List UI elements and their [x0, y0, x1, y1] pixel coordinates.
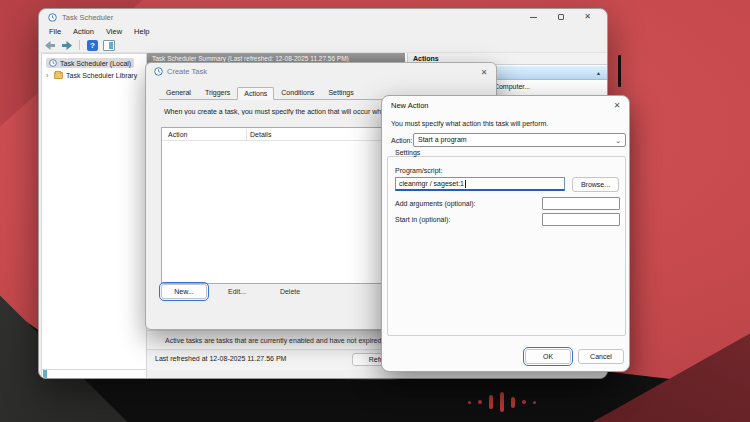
active-tasks-note: Active tasks are tasks that are currentl… [147, 330, 407, 349]
dialog-title: Create Task [167, 67, 207, 76]
maximize-button[interactable] [547, 9, 574, 25]
dialog-title: New Action [391, 101, 429, 110]
cursor-line-decoration [618, 55, 621, 87]
task-scheduler-icon [48, 13, 57, 22]
settings-group-label: Settings [392, 149, 423, 156]
menu-action[interactable]: Action [67, 27, 100, 36]
column-divider [246, 129, 247, 140]
waveform-logo [468, 390, 536, 414]
close-button[interactable]: ✕ [574, 9, 601, 25]
wave-bar [500, 392, 504, 412]
menu-file[interactable]: File [43, 27, 67, 36]
refresh-row: Last refreshed at 12-08-2025 11.27.56 PM… [147, 350, 407, 370]
browse-button[interactable]: Browse... [572, 177, 619, 192]
program-script-value: cleanmgr / sageset:1 [399, 180, 464, 187]
close-icon: ✕ [584, 13, 591, 21]
tab-general[interactable]: General [159, 86, 198, 99]
help-icon[interactable]: ? [87, 40, 98, 51]
program-script-label: Program/script: [395, 167, 442, 174]
title-bar: Task Scheduler ✕ [39, 9, 607, 25]
close-icon: ✕ [481, 68, 488, 77]
console-tree-panel: Task Scheduler (Local) › Task Scheduler … [41, 53, 147, 370]
tab-settings[interactable]: Settings [321, 86, 360, 99]
window-controls: ✕ [520, 9, 601, 25]
tab-conditions[interactable]: Conditions [274, 86, 321, 99]
menu-bar: File Action View Help [43, 25, 156, 38]
chevron-down-icon: ⌄ [615, 135, 621, 147]
folder-icon [54, 72, 63, 79]
expander-icon[interactable]: › [46, 72, 51, 79]
delete-button[interactable]: Delete [267, 284, 313, 299]
tree-item-task-scheduler-local[interactable]: Task Scheduler (Local) [42, 57, 146, 69]
dialog-title-bar: Create Task [146, 63, 496, 79]
tab-triggers[interactable]: Triggers [198, 86, 237, 99]
new-button[interactable]: New... [161, 284, 207, 299]
tree-selection: Task Scheduler (Local) [46, 58, 134, 68]
tree-library-label: Task Scheduler Library [66, 72, 137, 79]
toolbar-separator [79, 40, 80, 50]
start-in-input[interactable] [542, 213, 620, 226]
close-icon: ✕ [614, 101, 621, 110]
maximize-icon [558, 14, 564, 20]
window-title: Task Scheduler [62, 13, 113, 22]
back-arrow-icon[interactable] [45, 41, 56, 50]
program-script-input[interactable]: cleanmgr / sageset:1 [395, 177, 565, 191]
action-pane-icon[interactable] [103, 40, 115, 51]
forward-arrow-icon[interactable] [61, 41, 72, 50]
action-dropdown[interactable]: Start a program ⌄ [413, 133, 626, 147]
collapse-icon[interactable]: ▲ [596, 70, 601, 76]
wave-bar [511, 397, 515, 408]
add-arguments-label: Add arguments (optional): [395, 200, 476, 207]
start-in-label: Start in (optional): [395, 216, 450, 223]
minimize-button[interactable] [520, 9, 547, 25]
dialog-subtitle: You must specify what action this task w… [391, 120, 548, 127]
wave-dot [468, 401, 471, 404]
clock-icon [49, 59, 57, 67]
tab-actions[interactable]: Actions [237, 87, 274, 100]
desktop-background: Task Scheduler ✕ File Action View Help ? [0, 0, 750, 422]
tree-root-label: Task Scheduler (Local) [60, 60, 131, 67]
toolbar: ? [39, 38, 607, 53]
wave-dot [522, 400, 526, 404]
wave-dot [478, 400, 482, 404]
close-button[interactable]: ✕ [610, 99, 624, 111]
action-dropdown-value: Start a program [418, 136, 467, 143]
menu-view[interactable]: View [100, 27, 128, 36]
new-action-dialog: New Action ✕ You must specify what actio… [381, 95, 630, 372]
minimize-icon [530, 17, 537, 18]
add-arguments-input[interactable] [542, 197, 620, 210]
wave-bar [489, 395, 493, 409]
create-task-icon [154, 67, 163, 76]
column-action[interactable]: Action [168, 128, 187, 141]
close-button[interactable]: ✕ [477, 66, 491, 78]
action-label: Action: [391, 137, 412, 144]
last-refreshed-text: Last refreshed at 12-08-2025 11.27.56 PM [155, 350, 286, 368]
text-cursor [465, 180, 466, 188]
list-buttons: New... Edit... Delete [161, 284, 313, 299]
column-details[interactable]: Details [250, 128, 271, 141]
menu-help[interactable]: Help [128, 27, 155, 36]
tree-item-task-scheduler-library[interactable]: › Task Scheduler Library [42, 69, 146, 81]
ok-button[interactable]: OK [525, 349, 571, 364]
cancel-button[interactable]: Cancel [578, 349, 624, 364]
edit-button[interactable]: Edit... [214, 284, 260, 299]
wave-dot [533, 401, 536, 404]
